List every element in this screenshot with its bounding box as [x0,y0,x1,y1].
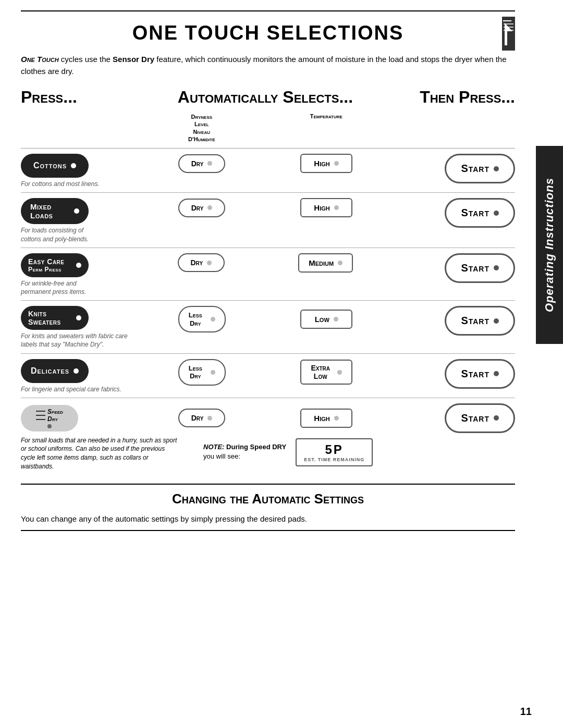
feature-name: Sensor Dry [113,55,154,64]
easy-care-start-dot [494,265,499,270]
sub-temperature-header: Temperature [310,113,342,119]
easy-care-temp-indicator [338,261,342,265]
page-title: One Touch Selections [21,22,515,44]
cycle-row-knits-sweaters: Knits Sweaters For knits and sweaters wi… [21,300,515,351]
cycle-row-cottons: Cottons For cottons and most linens. Dry… [21,148,515,190]
brand-name: One Touch [21,55,59,64]
speed-lines-icon [36,410,45,421]
column-headers: Press... Automatically Selects... Then P… [21,88,515,109]
cottons-dot [71,163,76,168]
speed-dry-dryness[interactable]: Dry [178,409,225,427]
bottom-title: Changing the Automatic Settings [21,491,515,507]
delicates-start-dot [494,371,499,376]
bottom-section: Changing the Automatic Settings You can … [21,484,515,525]
knits-sweaters-start-button[interactable]: Start [445,306,515,336]
speed-dry-start-button[interactable]: Start [445,403,515,433]
delicates-start-button[interactable]: Start [445,359,515,389]
delicates-dryness-indicator [211,370,215,375]
knits-sweaters-start-dot [494,318,499,324]
speed-dry-temp-indicator [334,416,339,421]
bottom-border [21,530,515,531]
page-number: 11 [520,706,532,718]
col-auto-header: Automatically Selects... [141,88,390,107]
cottons-button[interactable]: Cottons [21,154,89,178]
easy-care-start-button[interactable]: Start [445,253,515,283]
speed-dry-temperature[interactable]: High [300,409,352,428]
delicates-temp-indicator [337,370,342,375]
easy-care-dot [76,263,81,268]
easy-care-temperature[interactable]: Medium [298,253,353,273]
knits-sweaters-dryness-indicator [211,317,215,322]
cottons-temperature[interactable]: High [300,154,352,173]
knits-sweaters-temperature[interactable]: Low [300,310,352,329]
cycles-container: Cottons For cottons and most linens. Dry… [21,148,515,473]
delicates-button[interactable]: Delicates [21,359,89,383]
cottons-dryness-indicator [207,161,212,166]
top-border [21,10,515,11]
speed-dry-dot [47,424,52,428]
easy-care-dryness[interactable]: Dry [178,253,225,272]
knits-sweaters-note: For knits and sweaters with fabric carel… [21,332,128,349]
easy-care-dryness-indicator [207,261,212,265]
easy-care-button[interactable]: Easy Care Perm Press [21,253,89,277]
sub-dryness-header: DrynessLevelNiveauD'Humidité [188,113,215,143]
mixed-loads-note: For loads consisting ofcottons and poly-… [21,226,89,243]
sub-headers: DrynessLevelNiveauD'Humidité Temperature [21,113,515,143]
mixed-loads-button[interactable]: MixedLoads [21,198,89,224]
cottons-dryness[interactable]: Dry [178,154,225,173]
mixed-loads-dot [74,208,79,214]
delicates-dot [74,368,79,374]
cottons-temp-indicator [334,161,339,166]
cottons-start-button[interactable]: Start [445,154,515,183]
cycle-row-delicates: Delicates For lingerie and special care … [21,353,515,396]
delicates-dryness[interactable]: LessDry [178,359,226,386]
header-icon [476,17,515,53]
easy-care-note: For wrinkle-free andpermanent press item… [21,279,86,296]
cottons-note: For cottons and most linens. [21,180,100,188]
intro-text: One Touch cycles use the Sensor Dry feat… [21,54,515,77]
page: Operating Instructions One Touch Selecti… [0,0,563,728]
speed-dry-notes: For small loads that are needed in a hur… [21,436,515,471]
delicates-temperature[interactable]: ExtraLow [300,360,352,385]
knits-sweaters-button[interactable]: Knits Sweaters [21,306,89,330]
mixed-loads-start-dot [494,211,499,216]
mixed-loads-temperature[interactable]: High [300,198,352,217]
cottons-start-dot [494,166,499,171]
col-then-header: Then Press... [390,88,515,107]
delicates-note: For lingerie and special care fabrics. [21,385,121,393]
knits-sweaters-temp-indicator [334,317,338,322]
knits-sweaters-dryness[interactable]: LessDry [178,306,226,332]
mixed-loads-dryness[interactable]: Dry [178,199,225,217]
svg-rect-0 [502,17,515,51]
speed-dry-note-left: For small loads that are needed in a hur… [21,436,177,471]
speed-dry-button[interactable]: Speed Dry [21,405,78,431]
sp-sub-label: Est. Time Remaining [304,457,364,462]
mixed-loads-start-button[interactable]: Start [445,198,515,228]
bottom-text: You can change any of the automatic sett… [21,513,515,525]
speed-dry-note-right: NOTE: During Speed DRYyou will see: [203,442,286,461]
speed-dry-start-dot [494,415,499,421]
speed-dry-dryness-indicator [207,416,212,421]
col-press-header: Press... [21,88,141,107]
speed-dry-display: 5P Est. Time Remaining [296,438,373,466]
knits-sweaters-dot [76,315,81,320]
cycle-row-speed-dry: Speed Dry Dry High [21,398,515,473]
mixed-loads-dryness-indicator [207,205,212,210]
side-tab: Operating Instructions [536,146,563,344]
cycle-row-easy-care: Easy Care Perm Press For wrinkle-free an… [21,248,515,298]
cycle-row-mixed-loads: MixedLoads For loads consisting ofcotton… [21,192,515,245]
header-area: One Touch Selections [21,17,515,44]
mixed-loads-temp-indicator [334,205,339,210]
